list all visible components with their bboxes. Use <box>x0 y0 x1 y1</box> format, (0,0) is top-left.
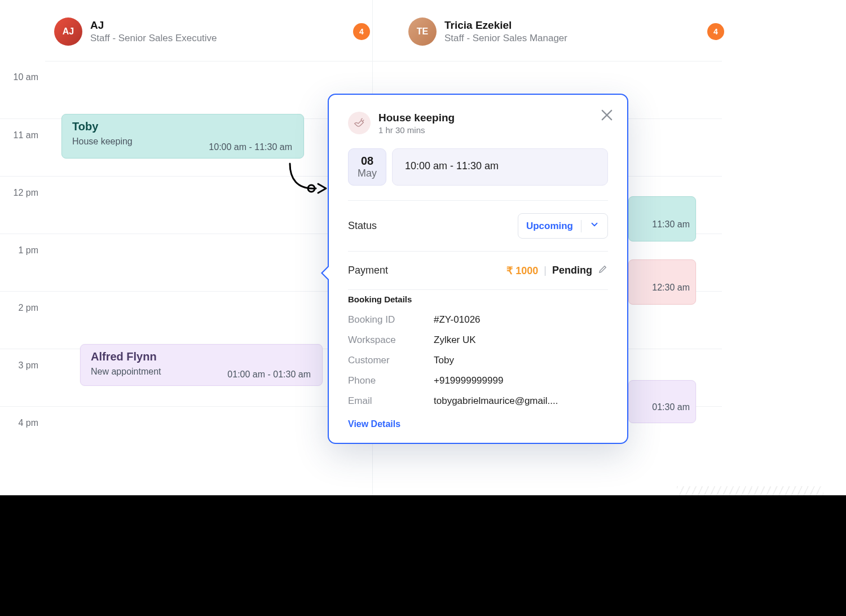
event-title: Alfred Flynn <box>91 350 312 363</box>
email: tobygabrielmaurice@gmail.... <box>434 395 608 407</box>
time-label: 12 pm <box>0 176 45 234</box>
chevron-down-icon <box>589 219 600 232</box>
time-label: 2 pm <box>0 291 45 349</box>
event-toby[interactable]: Toby House keeping 10:00 am - 11:30 am <box>61 114 304 159</box>
event-time: 01:00 am - 01:30 am <box>227 369 311 380</box>
event-time: 01:30 am <box>634 402 690 412</box>
staff-role: Staff - Senior Sales Executive <box>90 33 217 44</box>
service-icon <box>348 112 371 134</box>
event-partial-pink[interactable]: 12:30 am <box>628 259 696 305</box>
time-label: 4 pm <box>0 406 45 464</box>
kv-label: Booking ID <box>348 314 422 325</box>
event-alfred[interactable]: Alfred Flynn New appointment 01:00 am - … <box>80 344 323 386</box>
footer-bar <box>0 495 846 616</box>
kv-label: Phone <box>348 375 422 386</box>
time-label: 11 am <box>0 118 45 176</box>
booking-details-heading: Booking Details <box>348 289 608 310</box>
avatar: AJ <box>54 17 82 46</box>
customer: Toby <box>434 355 608 366</box>
avatar: TE <box>408 17 437 46</box>
appointment-count-badge: 4 <box>707 23 724 40</box>
staff-header-tricia[interactable]: TE Tricia Ezekiel Staff - Senior Sales M… <box>408 11 724 52</box>
staff-role: Staff - Senior Sales Manager <box>444 33 567 44</box>
date-box: 08 May <box>348 148 386 186</box>
staff-name: AJ <box>90 19 217 32</box>
callout-arrow-icon <box>287 161 332 195</box>
close-icon[interactable] <box>599 107 615 123</box>
time-label: 1 pm <box>0 234 45 291</box>
event-title: Toby <box>72 120 293 133</box>
status-select[interactable]: Upcoming <box>518 213 608 239</box>
divider <box>581 220 581 232</box>
time-range-box: 10:00 am - 11:30 am <box>392 148 608 186</box>
event-time: 10:00 am - 11:30 am <box>209 142 292 152</box>
event-time: 11:30 am <box>634 219 690 230</box>
time-label: 3 pm <box>0 349 45 406</box>
status-value: Upcoming <box>526 221 573 232</box>
staff-name: Tricia Ezekiel <box>444 19 567 32</box>
popover-duration: 1 hr 30 mins <box>378 125 455 135</box>
date-day: 08 <box>358 155 377 168</box>
time-label: 10 am <box>0 61 45 118</box>
popover-title: House keeping <box>378 112 455 124</box>
kv-label: Customer <box>348 355 422 366</box>
view-details-link[interactable]: View Details <box>348 419 400 429</box>
booking-id: #ZY-01026 <box>434 314 608 325</box>
calendar-scheduler: AJ AJ Staff - Senior Sales Executive 4 T… <box>0 0 722 502</box>
event-partial-purple[interactable]: 01:30 am <box>628 380 696 423</box>
divider: | <box>544 265 547 276</box>
booking-popover: House keeping 1 hr 30 mins 08 May 10:00 … <box>328 94 628 444</box>
status-label: Status <box>348 220 377 232</box>
event-partial-teal[interactable]: 11:30 am <box>628 196 696 241</box>
phone: +919999999999 <box>434 375 608 386</box>
payment-status: Pending <box>552 265 592 276</box>
payment-label: Payment <box>348 265 388 276</box>
date-month: May <box>358 168 377 179</box>
workspace: Zylker UK <box>434 335 608 346</box>
payment-amount: ₹ 1000 <box>506 265 538 277</box>
edit-icon[interactable] <box>598 264 608 277</box>
appointment-count-badge: 4 <box>353 23 370 40</box>
event-time: 12:30 am <box>634 283 690 293</box>
kv-label: Email <box>348 395 422 407</box>
kv-label: Workspace <box>348 335 422 346</box>
time-column: 10 am 11 am 12 pm 1 pm 2 pm 3 pm 4 pm <box>0 61 45 464</box>
staff-header-aj[interactable]: AJ AJ Staff - Senior Sales Executive 4 <box>54 11 370 52</box>
